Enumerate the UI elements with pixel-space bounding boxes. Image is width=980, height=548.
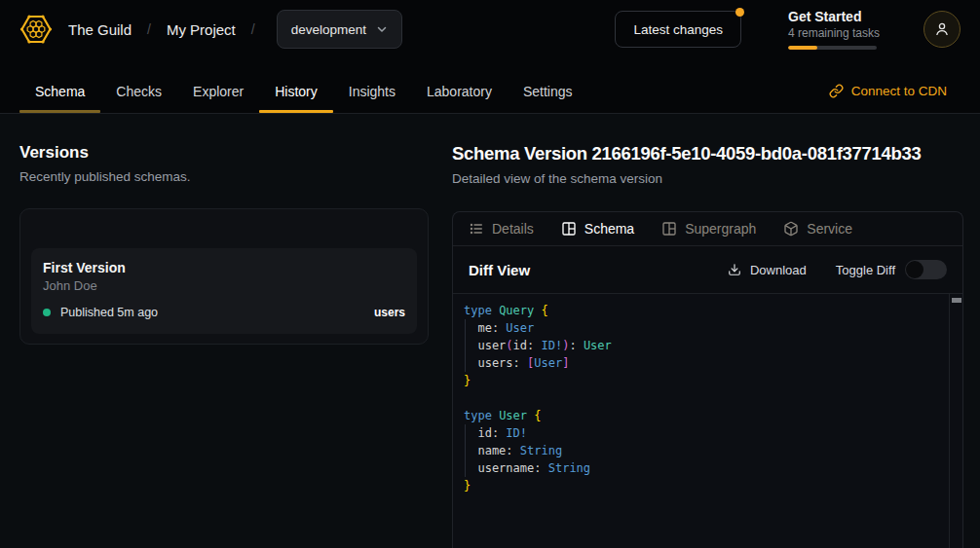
versions-list: First Version John Doe Published 5m ago … bbox=[19, 208, 429, 345]
diff-view-title: Diff View bbox=[469, 262, 530, 278]
connect-to-cdn-label: Connect to CDN bbox=[851, 84, 947, 98]
toggle-diff-switch[interactable] bbox=[905, 260, 947, 279]
detail-tab-label: Schema bbox=[584, 221, 634, 237]
target-select-value: development bbox=[291, 22, 366, 37]
breadcrumb-separator: / bbox=[147, 21, 151, 37]
org-breadcrumb[interactable]: The Guild bbox=[68, 21, 132, 38]
version-detail-title: Schema Version 2166196f-5e10-4059-bd0a-0… bbox=[452, 143, 963, 164]
project-nav: SchemaChecksExplorerHistoryInsightsLabor… bbox=[0, 58, 980, 114]
detail-tab-supergraph[interactable]: Supergraph bbox=[661, 221, 756, 237]
panels-icon bbox=[661, 221, 677, 237]
detail-tab-label: Service bbox=[807, 221, 852, 237]
version-list-item[interactable]: First Version John Doe Published 5m ago … bbox=[31, 248, 417, 334]
notification-dot bbox=[735, 8, 744, 17]
get-started-widget[interactable]: Get Started 4 remaining tasks bbox=[788, 9, 877, 50]
get-started-title: Get Started bbox=[788, 9, 877, 24]
nav-tab-label: Laboratory bbox=[427, 84, 492, 99]
nav-tab-label: Settings bbox=[523, 84, 573, 99]
detail-tab-schema[interactable]: Schema bbox=[561, 221, 634, 237]
diff-toolbar: Diff View Download Toggle Diff bbox=[453, 246, 962, 294]
versions-panel: Versions Recently published schemas. Fir… bbox=[19, 143, 429, 548]
link-icon bbox=[829, 84, 844, 98]
code-line: type User { bbox=[464, 407, 962, 424]
nav-tab-settings[interactable]: Settings bbox=[508, 58, 588, 113]
user-avatar[interactable] bbox=[923, 11, 961, 48]
nav-tab-schema[interactable]: Schema bbox=[19, 58, 100, 113]
box-icon bbox=[783, 221, 799, 237]
editor-scrollbar-thumb[interactable] bbox=[952, 298, 961, 303]
detail-tab-service[interactable]: Service bbox=[783, 221, 852, 237]
panels-icon bbox=[561, 221, 577, 237]
get-started-progressbar bbox=[788, 46, 877, 50]
nav-tab-label: Insights bbox=[349, 84, 396, 99]
list-icon bbox=[469, 221, 484, 237]
published-status-dot bbox=[43, 309, 51, 316]
editor-scrollbar[interactable] bbox=[949, 294, 962, 548]
download-icon bbox=[728, 263, 741, 276]
version-status: Published 5m ago bbox=[60, 306, 158, 319]
latest-changes-button[interactable]: Latest changes bbox=[615, 11, 741, 48]
nav-tab-history[interactable]: History bbox=[259, 58, 333, 113]
download-label: Download bbox=[750, 263, 807, 277]
nav-tab-insights[interactable]: Insights bbox=[333, 58, 411, 113]
toggle-diff-label: Toggle Diff bbox=[836, 263, 895, 277]
code-line: } bbox=[464, 372, 962, 389]
code-line: } bbox=[464, 477, 962, 494]
version-detail-tabs: DetailsSchemaSupergraphService bbox=[453, 212, 962, 246]
guild-logo-icon[interactable] bbox=[19, 13, 53, 46]
version-author: John Doe bbox=[43, 278, 405, 293]
code-line: me: User bbox=[464, 319, 962, 337]
download-button[interactable]: Download bbox=[728, 263, 807, 277]
code-line: name: String bbox=[464, 442, 962, 459]
versions-title: Versions bbox=[19, 143, 429, 163]
detail-tab-details[interactable]: Details bbox=[469, 221, 534, 237]
switch-knob bbox=[906, 261, 923, 278]
chevron-down-icon bbox=[376, 23, 388, 35]
code-line: user(id: ID!): User bbox=[464, 337, 962, 354]
nav-tab-checks[interactable]: Checks bbox=[100, 58, 177, 113]
nav-tab-explorer[interactable]: Explorer bbox=[177, 58, 259, 113]
get-started-subtitle: 4 remaining tasks bbox=[788, 26, 877, 40]
person-icon bbox=[934, 21, 950, 37]
version-name: First Version bbox=[43, 260, 405, 275]
breadcrumb-separator: / bbox=[251, 21, 255, 37]
nav-tab-label: History bbox=[275, 84, 318, 99]
code-line: id: ID! bbox=[464, 424, 962, 442]
latest-changes-label: Latest changes bbox=[633, 22, 723, 37]
project-breadcrumb[interactable]: My Project bbox=[167, 21, 236, 38]
active-tab-indicator bbox=[259, 110, 333, 113]
connect-to-cdn-button[interactable]: Connect to CDN bbox=[829, 58, 961, 113]
service-name-badge: users bbox=[374, 306, 405, 319]
code-line: users: [User] bbox=[464, 354, 962, 372]
app-header: The Guild / My Project / development Lat… bbox=[0, 0, 980, 58]
nav-tab-label: Explorer bbox=[193, 84, 244, 99]
version-detail-panel: Schema Version 2166196f-5e10-4059-bd0a-0… bbox=[452, 143, 963, 548]
nav-tab-label: Schema bbox=[35, 84, 85, 99]
code-line: username: String bbox=[464, 459, 962, 477]
detail-tab-label: Supergraph bbox=[685, 221, 756, 237]
code-line: type Query { bbox=[464, 302, 962, 319]
target-select[interactable]: development bbox=[277, 10, 402, 49]
active-tab-indicator bbox=[19, 110, 100, 113]
nav-tab-laboratory[interactable]: Laboratory bbox=[411, 58, 508, 113]
code-line bbox=[464, 389, 962, 407]
versions-subtitle: Recently published schemas. bbox=[19, 169, 429, 184]
nav-tab-label: Checks bbox=[116, 84, 162, 99]
version-detail-card: DetailsSchemaSupergraphService Diff View… bbox=[452, 211, 963, 548]
version-detail-subtitle: Detailed view of the schema version bbox=[452, 171, 963, 186]
schema-code-editor[interactable]: type Query { me: User user(id: ID!): Use… bbox=[453, 294, 962, 548]
detail-tab-label: Details bbox=[492, 221, 534, 237]
